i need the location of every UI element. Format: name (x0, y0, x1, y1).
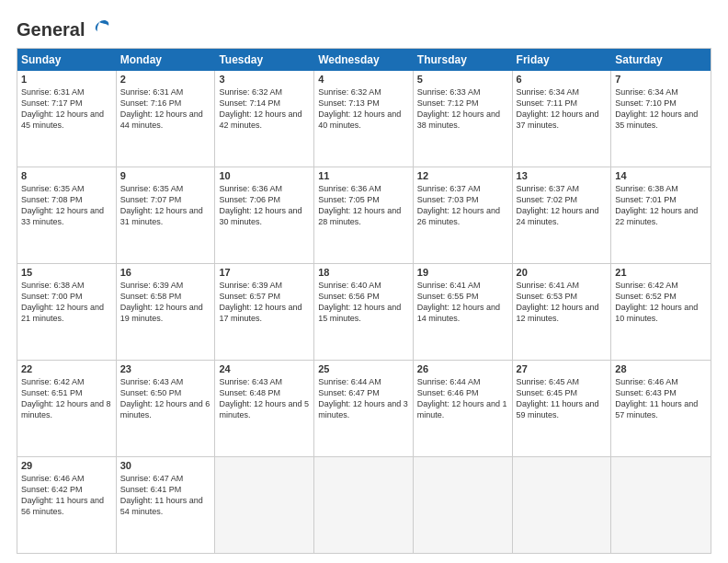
cell-details: Sunrise: 6:40 AM Sunset: 6:56 PM Dayligh… (318, 280, 409, 325)
cell-details: Sunrise: 6:31 AM Sunset: 7:17 PM Dayligh… (21, 86, 112, 132)
day-number: 29 (21, 460, 112, 471)
calendar-cell: 14Sunrise: 6:38 AM Sunset: 7:01 PM Dayli… (611, 167, 711, 263)
calendar-cell: 20Sunrise: 6:41 AM Sunset: 6:53 PM Dayli… (513, 264, 612, 360)
calendar-cell: 22Sunrise: 6:42 AM Sunset: 6:51 PM Dayli… (17, 361, 117, 456)
calendar-cell: 15Sunrise: 6:38 AM Sunset: 7:00 PM Dayli… (17, 264, 117, 360)
cell-details: Sunrise: 6:46 AM Sunset: 6:42 PM Dayligh… (21, 473, 112, 518)
calendar-cell: 8Sunrise: 6:35 AM Sunset: 7:08 PM Daylig… (17, 167, 117, 263)
calendar-cell: 28Sunrise: 6:46 AM Sunset: 6:43 PM Dayli… (611, 361, 711, 456)
cell-details: Sunrise: 6:37 AM Sunset: 7:02 PM Dayligh… (517, 183, 608, 228)
calendar-cell: 16Sunrise: 6:39 AM Sunset: 6:58 PM Dayli… (117, 264, 216, 360)
cell-details: Sunrise: 6:34 AM Sunset: 7:10 PM Dayligh… (615, 86, 707, 132)
calendar-cell: 17Sunrise: 6:39 AM Sunset: 6:57 PM Dayli… (215, 264, 314, 360)
calendar-cell (611, 457, 711, 553)
cell-details: Sunrise: 6:34 AM Sunset: 7:11 PM Dayligh… (517, 86, 608, 132)
calendar-cell: 10Sunrise: 6:36 AM Sunset: 7:06 PM Dayli… (215, 167, 314, 263)
calendar-cell: 23Sunrise: 6:43 AM Sunset: 6:50 PM Dayli… (117, 361, 216, 456)
calendar-cell (314, 457, 414, 553)
day-number: 28 (615, 363, 707, 374)
calendar-header: SundayMondayTuesdayWednesdayThursdayFrid… (17, 49, 711, 71)
logo-bird-icon (86, 17, 112, 42)
calendar-cell: 2Sunrise: 6:31 AM Sunset: 7:16 PM Daylig… (117, 71, 216, 167)
day-number: 30 (120, 460, 211, 471)
day-number: 13 (517, 170, 608, 181)
cell-details: Sunrise: 6:31 AM Sunset: 7:16 PM Dayligh… (120, 86, 211, 132)
calendar-week-5: 29Sunrise: 6:46 AM Sunset: 6:42 PM Dayli… (17, 457, 711, 553)
header: General (17, 17, 711, 39)
calendar-cell: 27Sunrise: 6:45 AM Sunset: 6:45 PM Dayli… (513, 361, 612, 456)
cell-details: Sunrise: 6:43 AM Sunset: 6:50 PM Dayligh… (120, 376, 211, 421)
day-number: 8 (21, 170, 112, 181)
cell-details: Sunrise: 6:37 AM Sunset: 7:03 PM Dayligh… (417, 183, 508, 228)
day-number: 4 (318, 74, 409, 85)
cell-details: Sunrise: 6:47 AM Sunset: 6:41 PM Dayligh… (120, 473, 211, 518)
calendar-cell: 9Sunrise: 6:35 AM Sunset: 7:07 PM Daylig… (117, 167, 216, 263)
logo: General (17, 17, 112, 39)
calendar-cell: 5Sunrise: 6:33 AM Sunset: 7:12 PM Daylig… (414, 71, 513, 167)
calendar-cell: 1Sunrise: 6:31 AM Sunset: 7:17 PM Daylig… (17, 71, 117, 167)
cell-details: Sunrise: 6:43 AM Sunset: 6:48 PM Dayligh… (219, 376, 310, 421)
cell-details: Sunrise: 6:45 AM Sunset: 6:45 PM Dayligh… (517, 376, 608, 421)
calendar-cell (215, 457, 314, 553)
day-number: 17 (219, 267, 310, 278)
calendar-week-1: 1Sunrise: 6:31 AM Sunset: 7:17 PM Daylig… (17, 71, 711, 167)
calendar-cell: 6Sunrise: 6:34 AM Sunset: 7:11 PM Daylig… (513, 71, 612, 167)
day-number: 24 (219, 363, 310, 374)
weekday-header-monday: Monday (117, 49, 216, 71)
day-number: 16 (120, 267, 211, 278)
day-number: 14 (615, 170, 707, 181)
cell-details: Sunrise: 6:41 AM Sunset: 6:53 PM Dayligh… (517, 280, 608, 325)
calendar-cell: 25Sunrise: 6:44 AM Sunset: 6:47 PM Dayli… (314, 361, 414, 456)
day-number: 7 (615, 74, 707, 85)
calendar-cell: 21Sunrise: 6:42 AM Sunset: 6:52 PM Dayli… (611, 264, 711, 360)
cell-details: Sunrise: 6:38 AM Sunset: 7:00 PM Dayligh… (21, 280, 112, 325)
day-number: 19 (417, 267, 508, 278)
cell-details: Sunrise: 6:41 AM Sunset: 6:55 PM Dayligh… (417, 280, 508, 325)
calendar-cell: 3Sunrise: 6:32 AM Sunset: 7:14 PM Daylig… (215, 71, 314, 167)
day-number: 18 (318, 267, 409, 278)
cell-details: Sunrise: 6:35 AM Sunset: 7:07 PM Dayligh… (120, 183, 211, 228)
cell-details: Sunrise: 6:32 AM Sunset: 7:13 PM Dayligh… (318, 86, 409, 132)
cell-details: Sunrise: 6:46 AM Sunset: 6:43 PM Dayligh… (615, 376, 707, 421)
day-number: 12 (417, 170, 508, 181)
day-number: 2 (120, 74, 211, 85)
day-number: 15 (21, 267, 112, 278)
day-number: 27 (517, 363, 608, 374)
cell-details: Sunrise: 6:42 AM Sunset: 6:51 PM Dayligh… (21, 376, 112, 421)
calendar-cell: 24Sunrise: 6:43 AM Sunset: 6:48 PM Dayli… (215, 361, 314, 456)
day-number: 9 (120, 170, 211, 181)
day-number: 10 (219, 170, 310, 181)
day-number: 1 (21, 74, 112, 85)
calendar-cell: 7Sunrise: 6:34 AM Sunset: 7:10 PM Daylig… (611, 71, 711, 167)
calendar-cell: 13Sunrise: 6:37 AM Sunset: 7:02 PM Dayli… (513, 167, 612, 263)
day-number: 5 (417, 74, 508, 85)
day-number: 20 (517, 267, 608, 278)
calendar-cell: 29Sunrise: 6:46 AM Sunset: 6:42 PM Dayli… (17, 457, 117, 553)
cell-details: Sunrise: 6:36 AM Sunset: 7:06 PM Dayligh… (219, 183, 310, 228)
weekday-header-friday: Friday (513, 49, 612, 71)
calendar-cell: 18Sunrise: 6:40 AM Sunset: 6:56 PM Dayli… (314, 264, 414, 360)
calendar-cell: 4Sunrise: 6:32 AM Sunset: 7:13 PM Daylig… (314, 71, 414, 167)
day-number: 11 (318, 170, 409, 181)
cell-details: Sunrise: 6:39 AM Sunset: 6:58 PM Dayligh… (120, 280, 211, 325)
calendar-cell: 26Sunrise: 6:44 AM Sunset: 6:46 PM Dayli… (414, 361, 513, 456)
calendar-week-2: 8Sunrise: 6:35 AM Sunset: 7:08 PM Daylig… (17, 167, 711, 264)
day-number: 25 (318, 363, 409, 374)
cell-details: Sunrise: 6:39 AM Sunset: 6:57 PM Dayligh… (219, 280, 310, 325)
cell-details: Sunrise: 6:36 AM Sunset: 7:05 PM Dayligh… (318, 183, 409, 228)
calendar-body: 1Sunrise: 6:31 AM Sunset: 7:17 PM Daylig… (17, 71, 711, 553)
logo-general: General (17, 19, 85, 40)
weekday-header-sunday: Sunday (17, 49, 117, 71)
cell-details: Sunrise: 6:32 AM Sunset: 7:14 PM Dayligh… (219, 86, 310, 132)
cell-details: Sunrise: 6:35 AM Sunset: 7:08 PM Dayligh… (21, 183, 112, 228)
calendar-week-4: 22Sunrise: 6:42 AM Sunset: 6:51 PM Dayli… (17, 361, 711, 457)
calendar-week-3: 15Sunrise: 6:38 AM Sunset: 7:00 PM Dayli… (17, 264, 711, 361)
weekday-header-tuesday: Tuesday (215, 49, 314, 71)
calendar-cell: 11Sunrise: 6:36 AM Sunset: 7:05 PM Dayli… (314, 167, 414, 263)
day-number: 23 (120, 363, 211, 374)
page: General SundayMondayTuesdayWednesdayThur… (0, 0, 728, 563)
weekday-header-saturday: Saturday (611, 49, 711, 71)
cell-details: Sunrise: 6:44 AM Sunset: 6:47 PM Dayligh… (318, 376, 409, 421)
day-number: 26 (417, 363, 508, 374)
cell-details: Sunrise: 6:42 AM Sunset: 6:52 PM Dayligh… (615, 280, 707, 325)
